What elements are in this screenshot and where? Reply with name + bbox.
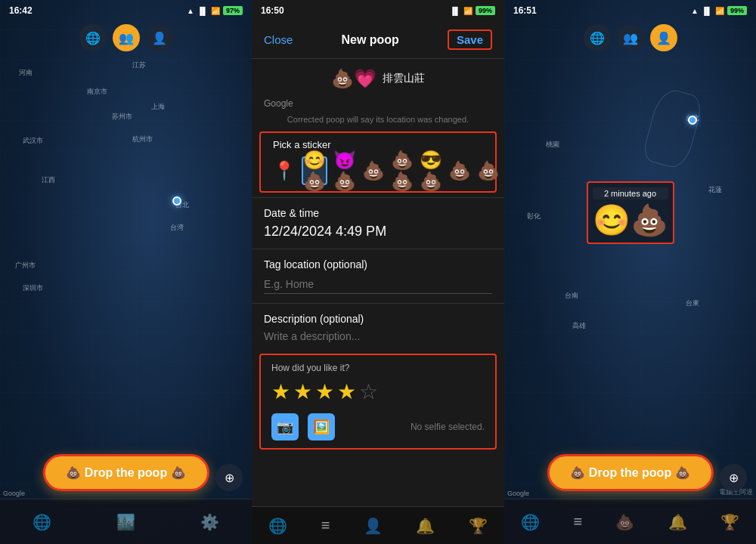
battery-left: 97% (223, 6, 243, 15)
close-button[interactable]: Close (264, 33, 293, 46)
bottom-poop-right[interactable]: 💩 (615, 513, 634, 531)
bottom-city-left[interactable]: 🏙️ (116, 513, 135, 531)
status-time-right: 16:51 (513, 5, 537, 16)
location-icon-right: ▲ (691, 7, 699, 15)
gallery-button[interactable]: 🖼️ (308, 413, 335, 440)
sticker-poop-2[interactable]: 💩💩 (391, 156, 414, 185)
status-bar-middle: 16:50 ▐▌ 📶 99% (252, 0, 504, 21)
sticker-poop-1[interactable]: 💩 (362, 156, 385, 185)
signal-icon-right: ▐▌ (702, 7, 712, 15)
sticker-poop-smile[interactable]: 😊💩 (302, 156, 327, 185)
new-poop-title: New poop (341, 33, 398, 47)
notice-text: Corrected poop will say its location was… (252, 112, 504, 127)
bottom-menu-right[interactable]: ≡ (573, 513, 582, 530)
rating-section: How did you like it? ★ ★ ★ ★ ☆ 📷 🖼️ No s… (259, 354, 497, 450)
bottom-bar-right: 🌐 ≡ 💩 🔔 🏆 (504, 499, 756, 544)
photo-row: 📷 🖼️ No selfie selected. (271, 413, 485, 440)
status-icons-left: ▲ ▐▌ 📶 97% (187, 6, 243, 15)
nav-person-right[interactable]: 👤 (650, 24, 677, 51)
user-location-dot-right (688, 116, 697, 125)
nav-globe-left[interactable]: 🌐 (79, 24, 107, 51)
status-time-left: 16:42 (9, 5, 33, 16)
sticker-row: 📍 😊💩 😈💩 💩 💩💩 😎💩 💩 💩 (273, 156, 483, 185)
map-label-taoyuan: 桃園 (546, 140, 559, 150)
sticker-cool-poop[interactable]: 😎💩 (420, 156, 442, 185)
battery-middle: 99% (476, 6, 495, 15)
nav-globe-right[interactable]: 🌐 (584, 24, 611, 51)
bottom-globe-mid[interactable]: 🌐 (268, 517, 287, 535)
map-label: 杭州市 (132, 134, 153, 144)
bottom-globe-right[interactable]: 🌐 (521, 513, 540, 531)
poop-sticker-popup[interactable]: 😊💩 (593, 202, 668, 238)
map-label: 台湾 (170, 223, 184, 233)
location-button-left[interactable]: ⊕ (215, 464, 243, 491)
star-1[interactable]: ★ (271, 379, 290, 404)
sticker-pin[interactable]: 📍 (273, 156, 296, 185)
map-label-tainan: 台南 (565, 291, 578, 301)
status-time-middle: 16:50 (261, 5, 284, 16)
map-label: 南京市 (87, 87, 107, 97)
map-label: 广州市 (15, 261, 36, 270)
description-section: Description (optional) (252, 307, 504, 349)
top-nav-left: 🌐 👥 👤 (0, 24, 252, 51)
star-2[interactable]: ★ (293, 379, 312, 404)
status-icons-right: ▲ ▐▌ 📶 99% (691, 6, 747, 15)
map-label: 河南 (19, 68, 33, 78)
status-icons-middle: ▐▌ 📶 99% (450, 6, 495, 15)
star-3[interactable]: ★ (315, 379, 334, 404)
divider-1 (252, 197, 504, 198)
drop-poop-button-left[interactable]: 💩 Drop the poop 💩 (42, 454, 209, 491)
map-label-kaohsiung: 高雄 (572, 321, 586, 331)
divider-2 (252, 249, 504, 249)
map-label: 深圳市 (23, 283, 43, 293)
signal-icon-mid: ▐▌ (450, 7, 460, 15)
location-name: 排雲山莊 (383, 72, 425, 85)
tag-label: Tag location (optional) (264, 258, 492, 270)
bottom-person-mid[interactable]: 👤 (364, 517, 383, 535)
drop-poop-button-right[interactable]: 💩 Drop the poop 💩 (547, 454, 713, 491)
bottom-menu-mid[interactable]: ≡ (321, 517, 330, 534)
nav-person-left[interactable]: 👤 (146, 24, 173, 51)
desc-input[interactable] (264, 330, 492, 342)
date-time-value: 12/24/2024 4:49 PM (264, 224, 492, 240)
map-label: 江西 (42, 175, 55, 185)
google-section-label: Google (252, 95, 504, 112)
panel-middle: 16:50 ▐▌ 📶 99% Close New poop Save 💩💗 排雲… (252, 0, 504, 544)
location-row: 💩💗 排雲山莊 (252, 59, 504, 95)
map-label: 江苏 (132, 60, 146, 70)
sticker-poop-4[interactable]: 💩 (477, 156, 500, 185)
panel-right: 桃園 台北 彰化 台中 花蓮 台南 高雄 台東 16:51 ▲ ▐▌ 📶 99%… (504, 0, 756, 544)
bottom-globe-left[interactable]: 🌐 (33, 513, 51, 531)
no-selfie-label: No selfie selected. (411, 422, 485, 432)
wifi-icon: 📶 (211, 7, 220, 15)
save-button[interactable]: Save (448, 29, 492, 50)
nav-people-left[interactable]: 👥 (113, 24, 140, 51)
sticker-devil-poop[interactable]: 😈💩 (333, 156, 356, 185)
sticker-section-label: Pick a sticker (273, 139, 483, 150)
camera-button[interactable]: 📷 (271, 413, 299, 440)
bottom-trophy-right[interactable]: 🏆 (720, 513, 739, 531)
stars-row: ★ ★ ★ ★ ☆ (271, 379, 485, 404)
bottom-trophy-mid[interactable]: 🏆 (469, 517, 488, 535)
poop-popup: 2 minutes ago 😊💩 (587, 181, 674, 244)
bottom-bell-right[interactable]: 🔔 (668, 513, 687, 531)
desc-label: Description (optional) (264, 313, 492, 325)
date-time-label: Date & time (264, 207, 492, 219)
star-4[interactable]: ★ (337, 379, 356, 404)
nav-people-right[interactable]: 👥 (617, 24, 644, 51)
divider-3 (252, 303, 504, 304)
bottom-settings-left[interactable]: ⚙️ (200, 513, 219, 531)
rating-label: How did you like it? (271, 363, 485, 373)
star-5[interactable]: ☆ (359, 379, 378, 404)
map-label: 苏州市 (112, 112, 132, 122)
sticker-poop-3[interactable]: 💩 (448, 156, 471, 185)
form-content: 💩💗 排雲山莊 Google Corrected poop will say i… (252, 59, 504, 506)
location-button-right[interactable]: ⊕ (720, 464, 747, 491)
status-bar-left: 16:42 ▲ ▐▌ 📶 97% (0, 0, 252, 21)
tag-location-section: Tag location (optional) (252, 252, 504, 300)
panel-left: 河南 江苏 南京市 苏州市 上海 武汉市 杭州市 江西 广州市 深圳市 台湾 台… (0, 0, 252, 544)
bottom-bell-mid[interactable]: 🔔 (416, 517, 435, 535)
tag-input[interactable] (264, 275, 492, 294)
location-icon: ▲ (187, 7, 194, 15)
wifi-icon-right: 📶 (715, 7, 724, 15)
